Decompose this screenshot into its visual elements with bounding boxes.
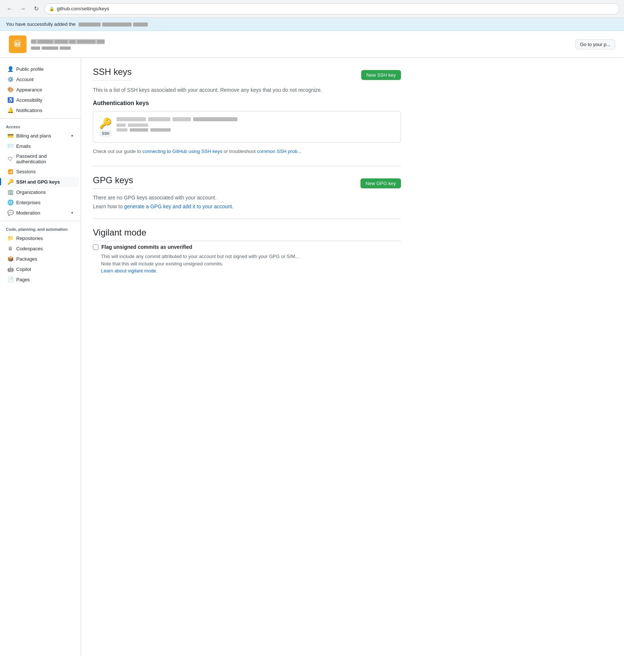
key-added-blur-row — [116, 123, 395, 127]
sidebar-item-packages[interactable]: 📦 Packages — [1, 254, 79, 264]
forward-button[interactable]: → — [18, 4, 28, 14]
signal-icon: 📶 — [7, 169, 13, 174]
sidebar-item-ssh-gpg[interactable]: 🔑 SSH and GPG keys — [1, 177, 79, 187]
paintbrush-icon: 🎨 — [7, 87, 13, 93]
sidebar-item-public-profile[interactable]: 👤 Public profile — [1, 64, 79, 74]
browser-chrome: ← → ↻ 🔒 github.com/settings/keys — [0, 0, 624, 18]
pages-icon: 📄 — [7, 276, 13, 282]
flag-unsigned-row: Flag unsigned commits as unverified — [93, 244, 401, 250]
back-button[interactable]: ← — [4, 4, 15, 14]
username-blur — [31, 39, 105, 44]
vigilant-learn-link[interactable]: Learn about vigilant mode. — [101, 268, 157, 274]
sidebar-item-codespaces[interactable]: 🖥 Codespaces — [1, 243, 79, 254]
sidebar-item-label: Moderation — [16, 210, 40, 216]
flash-key-name-blur — [79, 22, 148, 27]
sidebar-item-appearance[interactable]: 🎨 Appearance — [1, 84, 79, 95]
section-divider-2 — [93, 218, 401, 219]
sidebar-item-label: Emails — [16, 143, 31, 149]
vigilant-desc-2: Note that this will include your existin… — [101, 260, 401, 268]
gpg-section-title: GPG keys — [93, 175, 133, 189]
main-panel: SSH keys New SSH key This is a list of S… — [81, 58, 413, 656]
copilot-icon: 🤖 — [7, 266, 13, 272]
address-bar[interactable]: 🔒 github.com/settings/keys — [44, 3, 620, 14]
sidebar-item-label: SSH and GPG keys — [16, 179, 60, 185]
access-section-label: Access — [0, 122, 81, 130]
sidebar-item-label: Codespaces — [16, 246, 43, 251]
avatar: 🏛 — [9, 35, 27, 53]
user-header-left: 🏛 — [9, 35, 105, 53]
sidebar-item-sessions[interactable]: 📶 Sessions — [1, 167, 79, 177]
user-header: 🏛 Go to your p... — [0, 31, 624, 58]
code-section-label: Code, planning, and automation — [0, 224, 81, 233]
sidebar-item-billing[interactable]: 💳 Billing and plans ▾ — [1, 130, 79, 141]
sidebar-item-copilot[interactable]: 🤖 Copilot — [1, 264, 79, 274]
key-icon: 🔑 — [99, 117, 112, 129]
key-icon-area: 🔑 SSH — [99, 117, 112, 136]
user-info — [31, 39, 105, 50]
sidebar-item-label: Sessions — [16, 169, 36, 174]
sidebar-item-label: Public profile — [16, 66, 43, 72]
sidebar-item-password-auth[interactable]: 🛡 Password and authentication — [1, 151, 79, 167]
ssh-guide-text: Check out our guide to connecting to Git… — [93, 149, 401, 154]
sidebar-divider-2 — [0, 221, 81, 221]
blur-block — [55, 40, 67, 43]
sidebar-item-label: Billing and plans — [16, 133, 51, 139]
flash-text: You have successfully added the — [6, 21, 76, 27]
content-area: 👤 Public profile ⚙️ Account 🎨 Appearance… — [0, 58, 624, 656]
globe-icon: 🌐 — [7, 199, 13, 205]
accessibility-icon: ♿ — [7, 97, 13, 103]
blur-block — [69, 40, 76, 43]
sidebar-item-label: Notifications — [16, 108, 42, 113]
blur-block — [31, 40, 36, 43]
chevron-down-icon: ▾ — [71, 133, 73, 138]
ssh-section-header: SSH keys New SSH key — [93, 67, 401, 83]
sidebar-item-label: Repositories — [16, 236, 43, 241]
ssh-guide-link-1[interactable]: connecting to GitHub using SSH keys — [142, 149, 222, 154]
vigilant-section-title: Vigilant mode — [93, 227, 401, 241]
flag-unsigned-label[interactable]: Flag unsigned commits as unverified — [101, 244, 192, 250]
sidebar-item-moderation[interactable]: 💬 Moderation ▾ — [1, 208, 79, 218]
new-gpg-key-button[interactable]: New GPG key — [360, 178, 401, 188]
sidebar-item-enterprises[interactable]: 🌐 Enterprises — [1, 197, 79, 208]
lock-icon: 🔒 — [49, 6, 55, 11]
page-wrapper: 🏛 Go to your p... — [0, 31, 624, 656]
blur-block — [60, 46, 71, 50]
bell-icon: 🔔 — [7, 107, 13, 113]
flag-unsigned-checkbox[interactable] — [93, 244, 98, 250]
auth-keys-title: Authentication keys — [93, 100, 401, 107]
ssh-key-card: 🔑 SSH — [93, 111, 401, 143]
key-name-blur-row — [116, 117, 395, 121]
chevron-down-icon: ▾ — [71, 210, 73, 215]
ssh-description: This is a list of SSH keys associated wi… — [93, 86, 401, 94]
sidebar-item-organizations[interactable]: 🏢 Organizations — [1, 187, 79, 197]
sidebar-item-label: Packages — [16, 256, 37, 262]
vigilant-section: Vigilant mode Flag unsigned commits as u… — [93, 227, 401, 275]
ssh-guide-link-2[interactable]: common SSH prob... — [257, 149, 301, 154]
creditcard-icon: 💳 — [7, 133, 13, 139]
url-text: github.com/settings/keys — [57, 6, 109, 11]
ssh-section-title: SSH keys — [93, 67, 132, 80]
sidebar-item-accessibility[interactable]: ♿ Accessibility — [1, 95, 79, 105]
sidebar-item-emails[interactable]: ✉️ Emails — [1, 141, 79, 151]
blur-block — [97, 40, 105, 43]
sidebar-item-repositories[interactable]: 📁 Repositories — [1, 233, 79, 243]
gpg-no-keys-text: There are no GPG keys associated with yo… — [93, 195, 401, 201]
sidebar-item-notifications[interactable]: 🔔 Notifications — [1, 105, 79, 115]
new-ssh-key-button[interactable]: New SSH key — [361, 70, 401, 80]
reload-button[interactable]: ↻ — [31, 4, 41, 14]
sidebar-item-pages[interactable]: 📄 Pages — [1, 274, 79, 285]
blur-block — [31, 46, 40, 50]
sidebar-item-label: Pages — [16, 277, 30, 282]
sidebar-item-label: Accessibility — [16, 97, 42, 103]
sidebar-item-account[interactable]: ⚙️ Account — [1, 74, 79, 84]
vigilant-desc: This will include any commit attributed … — [101, 253, 401, 275]
gpg-learn-link[interactable]: generate a GPG key and add it to your ac… — [124, 203, 234, 209]
sidebar: 👤 Public profile ⚙️ Account 🎨 Appearance… — [0, 58, 81, 656]
sidebar-item-label: Organizations — [16, 189, 46, 195]
go-to-profile-button[interactable]: Go to your p... — [575, 39, 615, 49]
sidebar-divider — [0, 118, 81, 119]
sidebar-item-label: Appearance — [16, 87, 42, 93]
repo-icon: 📁 — [7, 235, 13, 241]
key-icon: 🔑 — [7, 179, 13, 185]
sidebar-item-label: Enterprises — [16, 200, 41, 205]
